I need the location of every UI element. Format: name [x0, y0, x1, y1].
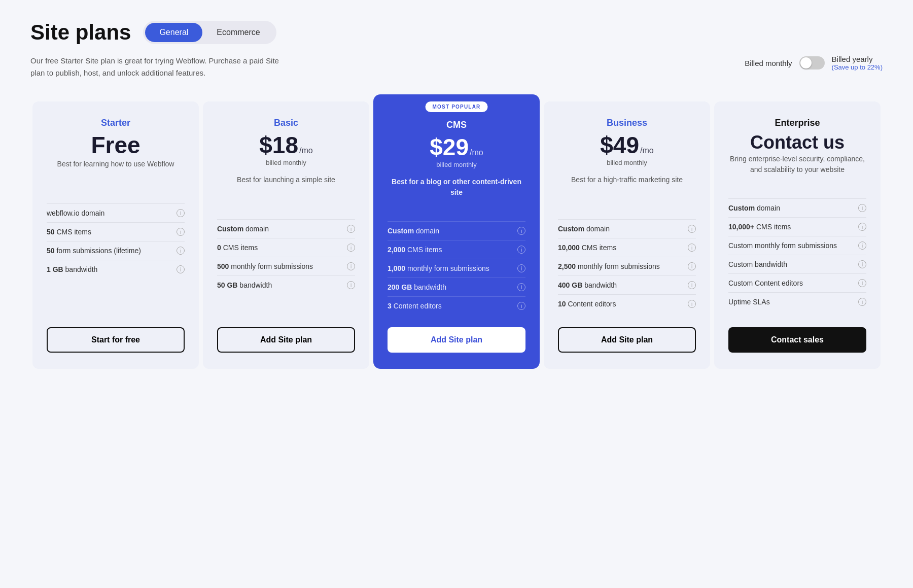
feature-item: 2,000 CMS items i — [388, 240, 525, 259]
feature-text: Custom domain — [217, 225, 269, 233]
plan-desc-cms: Best for a blog or other content-driven … — [388, 177, 525, 207]
feature-text: Custom domain — [558, 225, 610, 233]
plan-features-basic: Custom domain i 0 CMS items i 500 monthl… — [217, 219, 355, 315]
billing-save-label: (Save up to 22%) — [832, 63, 883, 71]
tab-ecommerce[interactable]: Ecommerce — [202, 23, 274, 42]
plan-desc-enterprise: Bring enterprise-level security, complia… — [728, 154, 866, 184]
info-icon[interactable]: i — [177, 209, 185, 217]
feature-item: Custom domain i — [217, 219, 355, 238]
info-icon[interactable]: i — [517, 246, 525, 254]
plan-cta-business[interactable]: Add Site plan — [558, 327, 696, 353]
tab-group: General Ecommerce — [143, 21, 276, 44]
plan-features-starter: webflow.io domain i 50 CMS items i 50 fo… — [47, 203, 185, 315]
feature-text: 2,500 monthly form submissions — [558, 262, 660, 270]
plan-name-starter: Starter — [47, 118, 185, 128]
subtitle-row: Our free Starter Site plan is great for … — [30, 55, 883, 94]
tab-general[interactable]: General — [145, 23, 202, 42]
plan-cta-basic[interactable]: Add Site plan — [217, 327, 355, 353]
info-icon[interactable]: i — [347, 244, 355, 252]
plan-price-cms: $29 — [430, 135, 469, 159]
feature-text: Uptime SLAs — [728, 298, 770, 306]
plan-price-row: $29 /mo — [388, 135, 525, 159]
plan-desc-basic: Best for launching a simple site — [217, 175, 355, 205]
info-icon[interactable]: i — [517, 264, 525, 272]
feature-text: 3 Content editors — [388, 302, 442, 310]
plan-price-row: Free — [47, 133, 185, 157]
plan-name-enterprise: Enterprise — [728, 118, 866, 128]
feature-text: Custom domain — [728, 204, 780, 212]
plan-cta-starter[interactable]: Start for free — [47, 327, 185, 353]
feature-text: 10 Content editors — [558, 300, 616, 308]
info-icon[interactable]: i — [858, 298, 866, 306]
feature-text: 400 GB bandwidth — [558, 281, 617, 289]
feature-item: 10 Content editors i — [558, 294, 696, 313]
plan-price-starter: Free — [91, 133, 140, 157]
info-icon[interactable]: i — [177, 247, 185, 255]
plan-price-mo: /mo — [640, 146, 654, 155]
plan-billed-cms: billed monthly — [388, 161, 525, 168]
plan-cta-cms[interactable]: Add Site plan — [388, 327, 525, 353]
plan-name-business: Business — [558, 118, 696, 128]
info-icon[interactable]: i — [347, 225, 355, 233]
plan-price-mo: /mo — [470, 148, 483, 157]
plan-card-enterprise: Enterprise Contact us Bring enterprise-l… — [714, 101, 881, 369]
info-icon[interactable]: i — [858, 260, 866, 268]
info-icon[interactable]: i — [688, 225, 696, 233]
feature-item: 1 GB bandwidth i — [47, 260, 185, 279]
feature-text: Custom Content editors — [728, 279, 803, 287]
info-icon[interactable]: i — [517, 302, 525, 310]
info-icon[interactable]: i — [517, 227, 525, 235]
info-icon[interactable]: i — [177, 265, 185, 273]
page-title: Site plans — [30, 20, 131, 45]
feature-item: Custom domain i — [558, 219, 696, 238]
plan-card-cms: MOST POPULARCMS $29 /mo billed monthlyBe… — [373, 94, 540, 369]
feature-text: Custom domain — [388, 227, 439, 235]
feature-item: 50 GB bandwidth i — [217, 275, 355, 294]
feature-item: Custom Content editors i — [728, 273, 866, 292]
page-subtitle: Our free Starter Site plan is great for … — [30, 55, 294, 79]
info-icon[interactable]: i — [177, 228, 185, 236]
info-icon[interactable]: i — [347, 281, 355, 289]
info-icon[interactable]: i — [858, 279, 866, 287]
feature-text: 50 CMS items — [47, 228, 91, 236]
plan-card-business: Business $49 /mo billed monthlyBest for … — [544, 101, 710, 369]
info-icon[interactable]: i — [688, 300, 696, 308]
plan-price-row: $18 /mo — [217, 133, 355, 157]
feature-item: Custom monthly form submissions i — [728, 236, 866, 255]
feature-text: Custom monthly form submissions — [728, 241, 837, 250]
feature-item: 3 Content editors i — [388, 296, 525, 315]
plan-name-cms: CMS — [388, 120, 525, 130]
feature-item: 0 CMS items i — [217, 238, 355, 257]
feature-item: 1,000 monthly form submissions i — [388, 259, 525, 278]
plan-name-basic: Basic — [217, 118, 355, 128]
info-icon[interactable]: i — [858, 241, 866, 250]
feature-item: 10,000 CMS items i — [558, 238, 696, 257]
feature-text: 10,000+ CMS items — [728, 223, 791, 231]
info-icon[interactable]: i — [688, 281, 696, 289]
page-header: Site plans General Ecommerce — [30, 20, 883, 45]
feature-text: webflow.io domain — [47, 209, 104, 217]
feature-text: 2,000 CMS items — [388, 246, 442, 254]
plan-billed-business: billed monthly — [558, 159, 696, 166]
feature-item: 500 monthly form submissions i — [217, 257, 355, 275]
billing-toggle[interactable] — [799, 56, 825, 70]
info-icon[interactable]: i — [688, 244, 696, 252]
feature-item: 2,500 monthly form submissions i — [558, 257, 696, 275]
plan-cta-enterprise[interactable]: Contact sales — [728, 327, 866, 353]
feature-item: 50 form submissions (lifetime) i — [47, 241, 185, 260]
feature-text: 500 monthly form submissions — [217, 262, 313, 270]
feature-item: 10,000+ CMS items i — [728, 217, 866, 236]
plan-price-business: $49 — [600, 133, 639, 157]
info-icon[interactable]: i — [688, 262, 696, 270]
plan-features-enterprise: Custom domain i 10,000+ CMS items i Cust… — [728, 198, 866, 315]
feature-item: webflow.io domain i — [47, 203, 185, 222]
billing-monthly-label: Billed monthly — [745, 59, 792, 67]
info-icon[interactable]: i — [858, 223, 866, 231]
info-icon[interactable]: i — [858, 204, 866, 212]
info-icon[interactable]: i — [517, 283, 525, 291]
most-popular-badge: MOST POPULAR — [426, 101, 488, 112]
billing-toggle-section: Billed monthly Billed yearly (Save up to… — [745, 55, 883, 71]
info-icon[interactable]: i — [347, 262, 355, 270]
plan-price-basic: $18 — [259, 133, 298, 157]
feature-text: 50 GB bandwidth — [217, 281, 272, 289]
